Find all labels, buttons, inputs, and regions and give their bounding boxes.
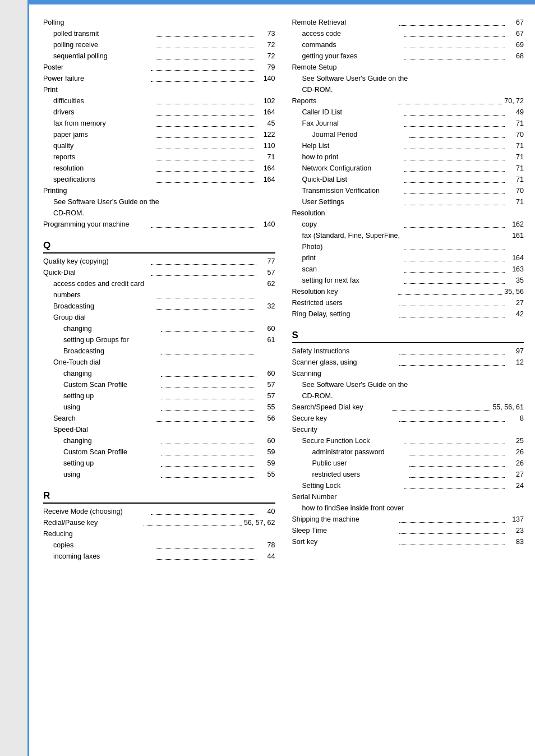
entry-text: Power failure [43, 73, 149, 84]
entry-dots [156, 301, 256, 310]
page-ref: 55, 56, 61 [492, 402, 524, 413]
entry-text: quality [53, 140, 154, 151]
entry-dots [398, 95, 502, 104]
page-ref: 164 [259, 163, 275, 174]
index-entry: changing60 [63, 435, 275, 446]
page-ref: 27 [507, 469, 524, 480]
page-ref: 60 [259, 435, 275, 446]
index-entry: how to findSee inside front cover [302, 503, 524, 514]
entry-text: changing [63, 368, 159, 379]
index-entry: Receive Mode (choosing)40 [43, 506, 275, 517]
index-entry: Secure Function Lock25 [302, 435, 524, 446]
entry-text: Transmission Verification [302, 185, 403, 196]
index-entry: CD-ROM. [302, 84, 524, 95]
page-ref: 67 [507, 17, 524, 28]
index-entry: Shipping the machine137 [292, 514, 524, 525]
entry-text: Receive Mode (choosing) [43, 506, 149, 517]
page-ref: 45 [259, 118, 275, 129]
page-ref: 25 [507, 435, 524, 446]
entry-text: changing [63, 435, 159, 446]
index-entry: Ring Delay, setting42 [292, 308, 524, 320]
entry-text: Public user [312, 458, 408, 469]
entry-dots [404, 185, 505, 194]
index-entry: sequential polling72 [53, 50, 275, 62]
entry-text: sequential polling [53, 50, 154, 62]
entry-dots [409, 458, 505, 467]
entry-text: Group dial [53, 314, 86, 321]
entry-dots [151, 73, 256, 82]
entry-dots [161, 390, 256, 399]
right-column: Remote Retrieval67access code67commands6… [292, 17, 524, 739]
entry-text: Broadcasting [53, 301, 154, 312]
page-ref: 59 [259, 446, 275, 458]
index-entry: access codes and credit card numbers62 [53, 278, 275, 301]
entry-dots [161, 469, 256, 478]
entry-dots [161, 435, 256, 444]
entry-text: how to print [302, 151, 403, 163]
entry-dots [404, 196, 505, 205]
entry-dots [398, 286, 502, 295]
entry-text: Secure key [292, 413, 398, 424]
index-entry: Custom Scan Profile57 [63, 379, 275, 390]
index-entry: Group dial [53, 312, 275, 323]
entry-dots [399, 345, 505, 354]
entry-text: drivers [53, 107, 154, 118]
entry-text: Fax Journal [302, 118, 403, 129]
index-entry: CD-ROM. [53, 208, 275, 219]
index-entry: CD-ROM. [302, 390, 524, 402]
index-entry: setting up Groups for Broadcasting61 [63, 334, 275, 357]
entry-text: Speed-Dial [53, 426, 88, 434]
page-ref: 40 [259, 506, 275, 517]
index-entry: commands69 [302, 39, 524, 50]
entry-dots [161, 402, 256, 411]
entry-text: copies [53, 540, 154, 551]
entry-dots [156, 163, 256, 172]
index-entry: Security [292, 424, 524, 435]
page-ref: 72 [259, 50, 275, 62]
entry-dots [399, 536, 505, 545]
left-column: Pollingpolled transmit73polling receive7… [43, 17, 275, 739]
index-entry: See Software User's Guide on the [302, 379, 524, 390]
page-ref: 61 [259, 334, 275, 357]
entry-dots [404, 275, 505, 284]
index-entry: copies78 [53, 540, 275, 551]
entry-text: incoming faxes [53, 551, 154, 562]
page-ref: 78 [259, 540, 275, 551]
entry-text: See Software User's Guide on the [302, 75, 408, 82]
entry-text: Help List [302, 140, 403, 151]
entry-dots [156, 95, 256, 104]
entry-dots [156, 140, 256, 149]
index-entry: Quick-Dial List71 [302, 174, 524, 185]
page-ref: 71 [507, 163, 524, 174]
entry-dots [404, 140, 505, 149]
content-area: Pollingpolled transmit73polling receive7… [29, 0, 535, 756]
page-ref: 122 [259, 129, 275, 140]
page-ref: 68 [507, 50, 524, 62]
index-entry: Quality key (copying)77 [43, 256, 275, 267]
index-entry: Speed-Dial [53, 424, 275, 435]
entry-dots [399, 413, 505, 422]
index-entry: Resolution key35, 56 [292, 286, 524, 297]
entry-dots [161, 368, 256, 377]
top-bar [0, 0, 535, 4]
index-entry: Power failure140 [43, 73, 275, 84]
index-entry: changing60 [63, 368, 275, 379]
page-ref: 71 [507, 140, 524, 151]
entry-text: Search [53, 413, 154, 424]
entry-dots [161, 323, 256, 332]
entry-text: Journal Period [312, 129, 408, 140]
entry-text: CD-ROM. [53, 209, 84, 217]
entry-text: changing [63, 323, 159, 334]
index-entry: quality110 [53, 140, 275, 151]
index-entry: Setting Lock24 [302, 480, 524, 491]
entry-dots [404, 252, 505, 261]
index-entry: using55 [63, 469, 275, 480]
index-entry: Programming your machine140 [43, 219, 275, 230]
page-ref: 70, 72 [504, 95, 524, 107]
entry-text: Remote Setup [292, 63, 337, 71]
page-ref: 57 [259, 379, 275, 390]
entry-text: Print [43, 86, 58, 94]
entry-dots [404, 435, 505, 444]
entry-dots [404, 151, 505, 160]
page-ref: 26 [507, 458, 524, 469]
